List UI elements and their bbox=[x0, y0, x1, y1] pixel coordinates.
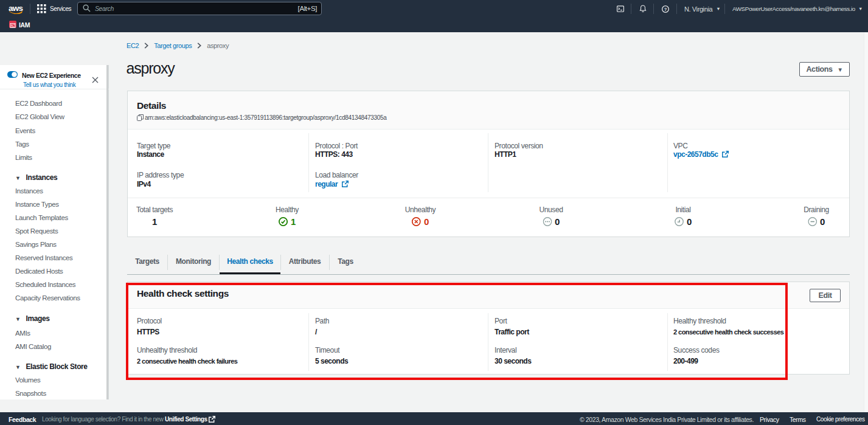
svg-text:aws: aws bbox=[9, 4, 23, 13]
svg-text:?: ? bbox=[664, 6, 667, 12]
